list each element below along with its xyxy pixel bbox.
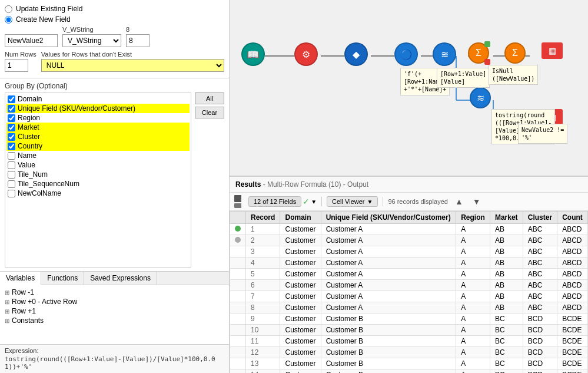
cell-7-0: 8 (246, 302, 280, 313)
checkbox-item-1: Unique Field (SKU/Vendor/Customer) (6, 104, 190, 113)
table-row: 4CustomerCustomer AAABABCABCD (230, 258, 588, 269)
checkbox-item-7: Value (6, 160, 190, 170)
size-label: 8 (126, 26, 150, 33)
checkbox-5[interactable] (8, 143, 15, 150)
null-value-select[interactable]: NULL (41, 59, 224, 72)
node-9[interactable]: ▦ (542, 42, 563, 59)
cell-3-2: Customer A (321, 258, 456, 269)
checkbox-9[interactable] (8, 180, 15, 188)
separator-2 (383, 197, 383, 206)
num-rows-input[interactable] (5, 59, 28, 72)
status-cell-10 (230, 336, 246, 347)
node-6-badge (484, 41, 490, 47)
node-6[interactable]: Σ (468, 42, 489, 64)
node-5[interactable]: ≋ (433, 42, 456, 66)
cell-2-2: Customer A (321, 246, 456, 258)
dropdown-icon[interactable]: ▼ (311, 199, 317, 205)
checkbox-7[interactable] (8, 161, 15, 169)
checkbox-item-0: Domain (6, 94, 190, 104)
cell-12-1: Customer (280, 358, 321, 369)
cell-5-3: A (456, 280, 490, 291)
clear-button[interactable]: Clear (195, 107, 224, 118)
update-existing-radio[interactable] (5, 5, 12, 13)
table-row: 5CustomerCustomer AAABABCABCD (230, 269, 588, 280)
checkbox-item-3: Market (6, 123, 190, 132)
cell-3-0: 4 (246, 258, 280, 269)
cell-6-5: ABC (523, 291, 557, 302)
create-new-radio[interactable] (5, 16, 12, 24)
cell-10-5: BCD (523, 336, 557, 347)
checkbox-3[interactable] (8, 124, 15, 131)
tooltip-5: NewValue2 != '%' (518, 124, 567, 144)
checkbox-label-8: Tile_Num (18, 170, 48, 179)
cell-3-1: Customer (280, 258, 321, 269)
create-new-row: Create New Field (5, 15, 224, 24)
checkbox-4[interactable] (8, 133, 15, 141)
values-label: Values for Rows that don't Exist (41, 51, 224, 58)
status-cell-5 (230, 280, 246, 291)
cell-12-0: 13 (246, 358, 280, 369)
var-item-2[interactable]: ⊞Row +1 (5, 306, 224, 316)
node-8[interactable]: Σ (504, 42, 526, 64)
status-cell-7 (230, 302, 246, 313)
cell-4-2: Customer A (321, 269, 456, 280)
cell-7-2: Customer A (321, 302, 456, 313)
cell-11-1: Customer (280, 347, 321, 358)
checkbox-1[interactable] (8, 105, 15, 113)
cell-8-4: BC (490, 313, 523, 325)
cell-1-3: A (456, 235, 490, 246)
checkbox-6[interactable] (8, 152, 15, 160)
tab-functions[interactable]: Functions (41, 272, 84, 285)
cell-viewer-btn[interactable]: Cell Viewer ▼ (327, 196, 378, 207)
col-header-0: Record (246, 212, 280, 224)
checkbox-10[interactable] (8, 190, 15, 197)
tab-variables[interactable]: Variables (0, 272, 41, 285)
right-panel: 📖 ⚙ ◆ 🔵 ≋ Σ (230, 0, 588, 373)
node-6-badge2 (484, 59, 490, 65)
checkmark-icon: ✓ (303, 197, 310, 206)
status-cell-2 (230, 246, 246, 258)
var-item-1[interactable]: ⊞Row +0 - Active Row (5, 297, 224, 306)
node-2[interactable]: ⚙ (294, 42, 318, 66)
cell-6-4: AB (490, 291, 523, 302)
field-type-group: V_WString V_WString (62, 26, 121, 47)
results-header: Results - Multi-Row Formula (10) - Outpu… (230, 177, 588, 193)
node-4[interactable]: 🔵 (394, 42, 418, 66)
checkbox-item-2: Region (6, 113, 190, 123)
fields-badge-group: 12 of 12 Fields ✓ ▼ (248, 196, 317, 207)
nav-down-btn[interactable]: ▼ (470, 196, 483, 207)
var-item-3[interactable]: ⊞Constants (5, 316, 224, 325)
checkbox-8[interactable] (8, 171, 15, 179)
canvas-area: 📖 ⚙ ◆ 🔵 ≋ Σ (230, 0, 588, 177)
node-7[interactable]: ≋ (470, 87, 491, 108)
cell-3-3: A (456, 258, 490, 269)
cell-viewer-dropdown: ▼ (367, 199, 373, 205)
node-8-circle: Σ (504, 42, 526, 64)
cell-8-6: BCDE (557, 313, 588, 325)
tab-saved-expressions[interactable]: Saved Expressions (84, 272, 157, 285)
table-row: 11CustomerCustomer BABCBCDBCDE (230, 336, 588, 347)
type-select[interactable]: V_WString (62, 34, 121, 47)
results-table-container[interactable]: RecordDomainUnique Field (SKU/Vendor/Cus… (230, 211, 588, 373)
size-input[interactable] (126, 34, 150, 47)
cell-0-0: 1 (246, 224, 280, 235)
create-new-label: Create New Field (16, 15, 71, 24)
num-rows-label: Num Rows (5, 51, 36, 58)
node-3-circle: ◆ (344, 42, 368, 66)
checkbox-2[interactable] (8, 114, 15, 122)
checkbox-label-2: Region (18, 114, 40, 122)
nav-up-btn[interactable]: ▲ (453, 196, 466, 207)
field-name-input[interactable] (5, 34, 58, 47)
update-existing-label: Update Existing Field (16, 5, 82, 13)
group-by-label: Group By (Optional) (5, 82, 224, 90)
all-button[interactable]: All (195, 93, 224, 104)
node-1[interactable]: 📖 (241, 42, 265, 66)
cell-9-6: BCDE (557, 325, 588, 336)
node-3[interactable]: ◆ (344, 42, 368, 66)
checkbox-0[interactable] (8, 95, 15, 103)
expression-text: tostring(round(([Row+1:Value]-[Value])/[… (5, 355, 224, 371)
cell-8-3: A (456, 313, 490, 325)
var-item-0[interactable]: ⊞Row -1 (5, 288, 224, 297)
cell-3-6: ABCD (557, 258, 588, 269)
col-header-4: Market (490, 212, 523, 224)
